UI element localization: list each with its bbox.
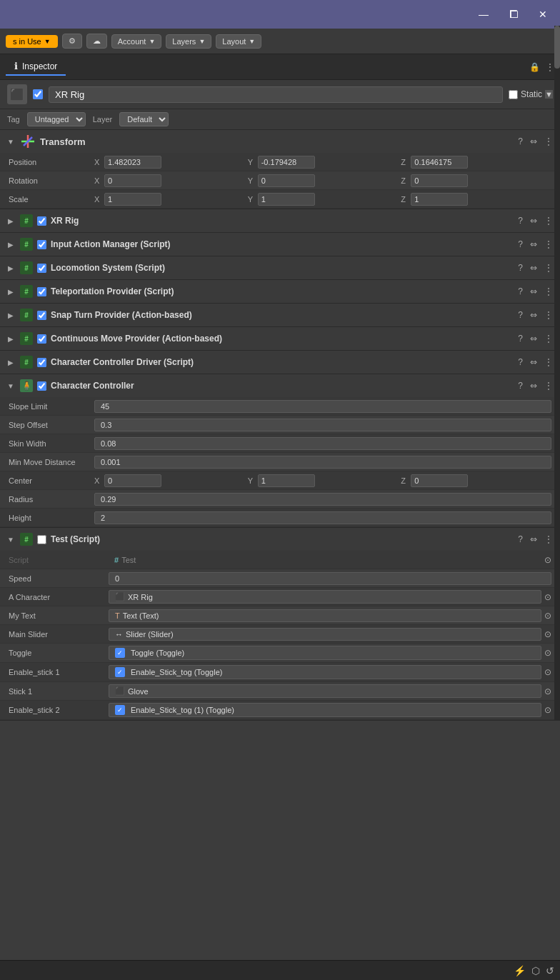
layers-dropdown[interactable]: Layers ▼ <box>166 34 211 49</box>
comp-menu-2[interactable]: ⋮ <box>543 261 554 274</box>
skin-width-field[interactable] <box>94 437 551 450</box>
comp-checkbox-3[interactable] <box>37 287 46 296</box>
bottom-icon-2[interactable]: ⬡ <box>531 965 540 976</box>
lock-icon[interactable]: 🔒 <box>529 62 540 72</box>
a-character-target-btn[interactable]: ⊙ <box>544 592 551 602</box>
rotation-y-field[interactable] <box>258 174 315 187</box>
bottom-icon-3[interactable]: ↺ <box>546 965 554 976</box>
scale-x-field[interactable] <box>104 193 161 206</box>
test-help-btn[interactable]: ? <box>516 533 524 546</box>
transform-help-btn[interactable]: ? <box>516 135 524 148</box>
comp-header-0[interactable]: ▶ # XR Rig ? ⇔ ⋮ <box>0 209 560 232</box>
comp-header-4[interactable]: ▶ # Snap Turn Provider (Action-based) ? … <box>0 304 560 326</box>
enablestick2-target-btn[interactable]: ⊙ <box>544 705 551 715</box>
step-offset-field[interactable] <box>94 419 551 431</box>
comp-menu-6[interactable]: ⋮ <box>543 356 554 369</box>
position-z-field[interactable] <box>411 156 468 169</box>
cloud-icon-button[interactable]: ☁ <box>86 34 107 49</box>
comp-settings-6[interactable]: ⇔ <box>529 356 539 369</box>
slope-limit-field[interactable] <box>94 400 551 413</box>
comp-help-2[interactable]: ? <box>516 261 524 274</box>
transform-menu-btn[interactable]: ⋮ <box>543 135 554 148</box>
comp-help-6[interactable]: ? <box>516 356 524 369</box>
min-move-field[interactable] <box>94 456 551 469</box>
comp-settings-4[interactable]: ⇔ <box>529 309 539 321</box>
comp-menu-4[interactable]: ⋮ <box>543 309 554 321</box>
test-settings-btn[interactable]: ⇔ <box>529 533 539 546</box>
layer-select[interactable]: Default <box>119 112 169 126</box>
comp-checkbox-1[interactable] <box>37 240 46 249</box>
bottom-icon-1[interactable]: ⚡ <box>514 965 526 976</box>
script-target-btn[interactable]: ⊙ <box>544 555 551 565</box>
comp-settings-2[interactable]: ⇔ <box>529 261 539 274</box>
scrollbar[interactable] <box>554 26 560 721</box>
stick1-target-btn[interactable]: ⊙ <box>544 686 551 696</box>
center-z-field[interactable] <box>411 474 468 487</box>
scale-z-field[interactable] <box>411 193 468 206</box>
settings-icon-button[interactable]: ⚙ <box>62 34 82 49</box>
height-field[interactable] <box>94 511 551 524</box>
speed-field[interactable] <box>109 572 551 585</box>
comp-header-3[interactable]: ▶ # Teleportation Provider (Script) ? ⇔ … <box>0 280 560 303</box>
comp-help-4[interactable]: ? <box>516 309 524 321</box>
layout-dropdown[interactable]: Layout ▼ <box>216 34 261 49</box>
comp-name-1: Input Action Manager (Script) <box>51 239 512 249</box>
gameobject-active-checkbox[interactable] <box>33 89 43 99</box>
panel-menu-icon[interactable]: ⋮ <box>546 62 554 72</box>
test-menu-btn[interactable]: ⋮ <box>543 533 554 546</box>
transform-header[interactable]: ▼ Transform ? ⇔ ⋮ <box>0 130 560 153</box>
transform-settings-btn[interactable]: ⇔ <box>529 135 539 148</box>
center-x-field[interactable] <box>104 474 161 487</box>
comp-settings-1[interactable]: ⇔ <box>529 238 539 251</box>
comp-settings-5[interactable]: ⇔ <box>529 332 539 345</box>
char-ctrl-menu-btn[interactable]: ⋮ <box>543 379 554 392</box>
char-ctrl-help-btn[interactable]: ? <box>516 379 524 392</box>
center-y-field[interactable] <box>258 474 315 487</box>
comp-help-1[interactable]: ? <box>516 238 524 251</box>
static-checkbox[interactable] <box>509 90 518 99</box>
rotation-z-field[interactable] <box>411 174 468 187</box>
enablestick1-target-btn[interactable]: ⊙ <box>544 667 551 677</box>
comp-checkbox-6[interactable] <box>37 358 46 367</box>
char-ctrl-settings-btn[interactable]: ⇔ <box>529 379 539 392</box>
in-use-button[interactable]: s in Use ▼ <box>6 35 58 48</box>
comp-help-3[interactable]: ? <box>516 285 524 298</box>
comp-header-1[interactable]: ▶ # Input Action Manager (Script) ? ⇔ ⋮ <box>0 233 560 256</box>
comp-settings-0[interactable]: ⇔ <box>529 214 539 227</box>
comp-checkbox-4[interactable] <box>37 311 46 320</box>
inspector-tab[interactable]: ℹ Inspector <box>6 58 66 76</box>
toggle-target-btn[interactable]: ⊙ <box>544 648 551 658</box>
position-y-field[interactable] <box>258 156 315 169</box>
rotation-x-field[interactable] <box>104 174 161 187</box>
test-script-header[interactable]: ▼ # Test (Script) ? ⇔ ⋮ <box>0 528 560 551</box>
character-controller-header[interactable]: ▼ 🧍 Character Controller ? ⇔ ⋮ <box>0 374 560 397</box>
main-slider-target-btn[interactable]: ⊙ <box>544 629 551 639</box>
my-text-target-btn[interactable]: ⊙ <box>544 611 551 621</box>
comp-settings-3[interactable]: ⇔ <box>529 285 539 298</box>
comp-header-6[interactable]: ▶ # Character Controller Driver (Script)… <box>0 351 560 374</box>
minimize-button[interactable]: — <box>474 6 493 23</box>
scale-y-field[interactable] <box>258 193 315 206</box>
scroll-thumb[interactable] <box>554 26 560 69</box>
comp-checkbox-0[interactable] <box>37 216 46 226</box>
comp-menu-3[interactable]: ⋮ <box>543 285 554 298</box>
position-x-field[interactable] <box>104 156 161 169</box>
comp-menu-0[interactable]: ⋮ <box>543 214 554 227</box>
comp-header-2[interactable]: ▶ # Locomotion System (Script) ? ⇔ ⋮ <box>0 256 560 279</box>
comp-header-5[interactable]: ▶ # Continuous Move Provider (Action-bas… <box>0 327 560 350</box>
comp-menu-1[interactable]: ⋮ <box>543 238 554 251</box>
comp-checkbox-2[interactable] <box>37 264 46 273</box>
test-script-checkbox[interactable] <box>37 535 46 544</box>
radius-field[interactable] <box>94 493 551 506</box>
comp-menu-5[interactable]: ⋮ <box>543 332 554 345</box>
static-dropdown[interactable]: ▼ <box>545 90 553 99</box>
comp-help-5[interactable]: ? <box>516 332 524 345</box>
comp-help-0[interactable]: ? <box>516 214 524 227</box>
comp-checkbox-5[interactable] <box>37 334 46 344</box>
maximize-button[interactable]: ⧠ <box>504 6 523 23</box>
gameobject-name-field[interactable] <box>49 86 503 103</box>
close-button[interactable]: ✕ <box>534 6 551 23</box>
char-ctrl-checkbox[interactable] <box>37 381 46 391</box>
account-dropdown[interactable]: Account ▼ <box>111 34 162 49</box>
tag-select[interactable]: Untagged <box>27 112 86 126</box>
